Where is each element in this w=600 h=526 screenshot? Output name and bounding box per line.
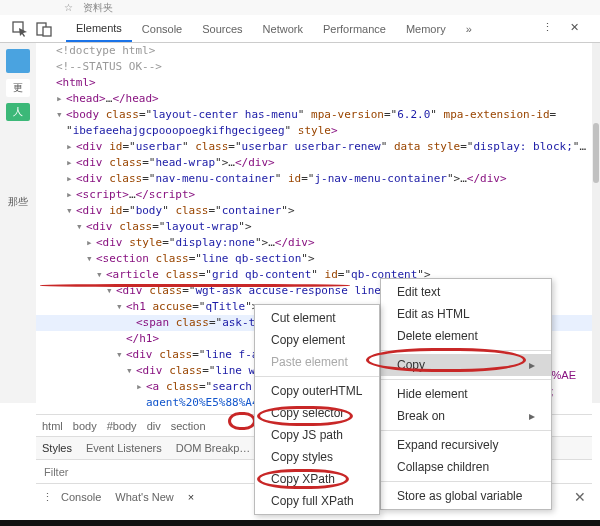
bookmark-folder[interactable]: 资料夹 bbox=[83, 1, 113, 15]
menu-item-edit-as-html[interactable]: Edit as HTML bbox=[381, 303, 551, 325]
gutter-label: 更 bbox=[6, 79, 30, 97]
devtools-toolbar: Elements Console Sources Network Perform… bbox=[0, 15, 600, 43]
menu-item-expand-recursively[interactable]: Expand recursively bbox=[381, 434, 551, 456]
code-line[interactable]: ▸<div style="display:none">…</div> bbox=[36, 235, 592, 251]
menu-item-collapse-children[interactable]: Collapse children bbox=[381, 456, 551, 478]
tab-overflow[interactable]: » bbox=[456, 15, 482, 42]
kebab-menu-icon[interactable]: ⋮ bbox=[42, 491, 53, 504]
crumb-html[interactable]: html bbox=[42, 420, 63, 432]
code-line[interactable]: ▾<div id="body" class="container"> bbox=[36, 203, 592, 219]
menu-item-copy-outerhtml[interactable]: Copy outerHTML bbox=[255, 380, 379, 402]
code-line[interactable]: ▸<div class="head-wrap">…</div> bbox=[36, 155, 592, 171]
menu-item-paste-element: Paste element bbox=[255, 351, 379, 373]
code-line[interactable]: <!doctype html> bbox=[36, 43, 592, 59]
bookmark-star-icon[interactable]: ☆ bbox=[64, 2, 73, 13]
tab-memory[interactable]: Memory bbox=[396, 15, 456, 42]
inspect-icon[interactable] bbox=[12, 21, 28, 37]
gutter-misc: 那些 bbox=[6, 193, 30, 211]
context-menu-copy-submenu[interactable]: Cut elementCopy elementPaste elementCopy… bbox=[254, 304, 380, 515]
svg-rect-2 bbox=[43, 27, 51, 36]
code-line[interactable]: "ibefaeehajgcpooopoegkifhgecigeeg" style… bbox=[36, 123, 592, 139]
crumb-div[interactable]: div bbox=[147, 420, 161, 432]
menu-item-copy-selector[interactable]: Copy selector bbox=[255, 402, 379, 424]
menu-item-copy[interactable]: Copy bbox=[381, 354, 551, 376]
bottom-border bbox=[0, 520, 600, 526]
close-devtools-icon[interactable]: ✕ bbox=[570, 21, 586, 37]
crumb-body[interactable]: body bbox=[73, 420, 97, 432]
menu-item-copy-element[interactable]: Copy element bbox=[255, 329, 379, 351]
menu-item-store-as-global-variable[interactable]: Store as global variable bbox=[381, 485, 551, 507]
menu-item-hide-element[interactable]: Hide element bbox=[381, 383, 551, 405]
tab-network[interactable]: Network bbox=[253, 15, 313, 42]
annotation-underline bbox=[40, 284, 350, 287]
code-line[interactable]: ▸<head>…</head> bbox=[36, 91, 592, 107]
drawer-tab-whatsnew[interactable]: What's New bbox=[115, 491, 173, 503]
menu-item-copy-xpath[interactable]: Copy XPath bbox=[255, 468, 379, 490]
context-menu-main[interactable]: Edit textEdit as HTMLDelete elementCopyH… bbox=[380, 278, 552, 510]
menu-item-copy-styles[interactable]: Copy styles bbox=[255, 446, 379, 468]
browser-bookmark-bar: ☆ 资料夹 bbox=[0, 0, 600, 15]
code-line[interactable]: ▾<body class="layout-center has-menu" mp… bbox=[36, 107, 592, 123]
code-line[interactable]: <!--STATUS OK--> bbox=[36, 59, 592, 75]
code-line[interactable]: ▾<section class="line qb-section"> bbox=[36, 251, 592, 267]
menu-item-copy-js-path[interactable]: Copy JS path bbox=[255, 424, 379, 446]
crumb-body-id[interactable]: #body bbox=[107, 420, 137, 432]
code-line[interactable]: ▸<script>…</script> bbox=[36, 187, 592, 203]
menu-item-copy-full-xpath[interactable]: Copy full XPath bbox=[255, 490, 379, 512]
code-line[interactable]: ▸<div id="userbar" class="userbar userba… bbox=[36, 139, 592, 155]
code-line[interactable]: ▸<div class="nav-menu-container" id="j-n… bbox=[36, 171, 592, 187]
tab-sources[interactable]: Sources bbox=[192, 15, 252, 42]
scroll-thumb[interactable] bbox=[593, 123, 599, 183]
menu-item-break-on[interactable]: Break on bbox=[381, 405, 551, 427]
crumb-section[interactable]: section bbox=[171, 420, 206, 432]
menu-item-delete-element[interactable]: Delete element bbox=[381, 325, 551, 347]
page-gutter-sidebar: 更 人 那些 bbox=[0, 43, 36, 403]
subtab-event-listeners[interactable]: Event Listeners bbox=[86, 442, 162, 454]
drawer-badge: × bbox=[188, 491, 194, 503]
gutter-avatar bbox=[6, 49, 30, 73]
tab-performance[interactable]: Performance bbox=[313, 15, 396, 42]
scrollbar-vertical[interactable] bbox=[592, 43, 600, 403]
code-line[interactable]: <html> bbox=[36, 75, 592, 91]
tab-elements[interactable]: Elements bbox=[66, 15, 132, 42]
kebab-menu-icon[interactable]: ⋮ bbox=[542, 21, 558, 37]
subtab-styles[interactable]: Styles bbox=[42, 442, 72, 454]
menu-item-cut-element[interactable]: Cut element bbox=[255, 307, 379, 329]
subtab-dom-bp[interactable]: DOM Breakp… bbox=[176, 442, 251, 454]
menu-item-edit-text[interactable]: Edit text bbox=[381, 281, 551, 303]
drawer-close-icon[interactable]: ✕ bbox=[574, 489, 586, 505]
tab-console[interactable]: Console bbox=[132, 15, 192, 42]
code-line[interactable]: ▾<div class="layout-wrap"> bbox=[36, 219, 592, 235]
gutter-label: 人 bbox=[6, 103, 30, 121]
devtools-tabs: Elements Console Sources Network Perform… bbox=[66, 15, 482, 42]
drawer-tab-console[interactable]: Console bbox=[61, 491, 101, 503]
device-toggle-icon[interactable] bbox=[36, 21, 52, 37]
